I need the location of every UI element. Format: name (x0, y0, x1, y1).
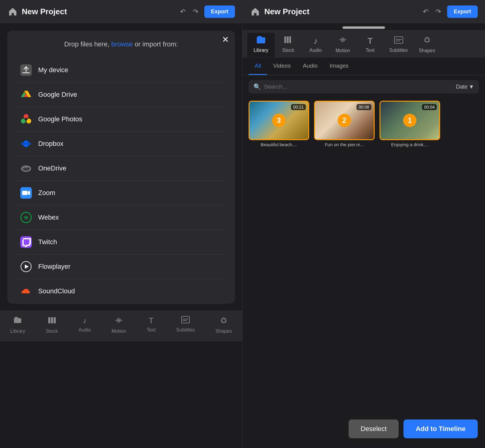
google-photos-icon (19, 113, 33, 126)
sort-label: Date (456, 84, 467, 90)
stock-icon (48, 316, 56, 327)
media-card-1[interactable]: 00:21 3 Beautiful beach.... (249, 101, 309, 411)
tab-stock[interactable]: Stock (275, 33, 302, 57)
left-nav-shapes[interactable]: Shapes (216, 316, 232, 334)
tab-text-label: Text (366, 48, 374, 53)
tab-audio[interactable]: ♪ Audio (302, 33, 329, 57)
home-icon[interactable] (7, 6, 18, 17)
filter-audio[interactable]: Audio (297, 58, 324, 75)
deselect-button[interactable]: Deselect (349, 419, 399, 438)
import-source-soundcloud[interactable]: SoundCloud (16, 279, 226, 304)
motion-tab-icon (339, 35, 347, 46)
import-source-twitch[interactable]: Twitch (16, 230, 226, 254)
add-timeline-button[interactable]: Add to Timeline (403, 419, 478, 438)
audio-tab-icon: ♪ (313, 36, 318, 46)
google-drive-icon (19, 88, 33, 101)
media-order-2: 2 (338, 114, 351, 127)
filter-images[interactable]: Images (324, 58, 355, 75)
tab-subtitles-label: Subtitles (389, 48, 408, 53)
left-nav-shapes-label: Shapes (216, 328, 232, 334)
svg-rect-12 (22, 191, 28, 195)
import-source-zoom[interactable]: Zoom (16, 181, 226, 205)
dropbox-icon (19, 137, 33, 150)
import-source-webex[interactable]: w Webex (16, 205, 226, 230)
close-button[interactable]: ✕ (222, 35, 229, 44)
svg-rect-40 (287, 36, 289, 43)
left-nav-stock[interactable]: Stock (46, 316, 58, 334)
motion-icon (115, 316, 123, 327)
left-project-title: New Project (22, 7, 175, 16)
filter-tabs: All Videos Audio Images (242, 58, 485, 75)
media-name-3: Enjoying a drink.... (380, 142, 440, 147)
svg-rect-27 (51, 317, 53, 323)
browse-link[interactable]: browse (111, 40, 133, 48)
scroll-indicator (242, 23, 485, 30)
shapes-icon (219, 316, 228, 327)
library-tab-icon (256, 36, 266, 46)
svg-point-43 (342, 39, 344, 41)
upload-icon (19, 63, 33, 77)
import-modal: ✕ Drop files here, browse or import from… (7, 31, 235, 304)
tab-motion-label: Motion (336, 48, 350, 53)
tab-subtitles[interactable]: Subtitles (384, 33, 413, 57)
search-input[interactable] (264, 83, 453, 90)
right-header-controls: ↶ ↷ Export (422, 5, 478, 18)
import-label-twitch: Twitch (38, 238, 57, 246)
action-bar: Deselect Add to Timeline (242, 413, 485, 448)
right-home-icon[interactable] (250, 6, 261, 17)
left-nav-text[interactable]: T Text (147, 316, 156, 334)
left-nav-audio[interactable]: ♪ Audio (79, 316, 91, 334)
tab-text[interactable]: T Text (356, 33, 384, 57)
import-source-google-drive[interactable]: Google Drive (16, 83, 226, 107)
left-nav-subtitles[interactable]: Subtitles (176, 316, 195, 334)
svg-rect-28 (54, 317, 56, 323)
svg-rect-17 (27, 240, 28, 242)
media-order-3: 1 (403, 114, 416, 127)
svg-rect-46 (394, 37, 403, 43)
right-panel: New Project ↶ ↷ Export Library (242, 0, 485, 448)
drop-text-after: or import from: (135, 40, 178, 48)
tab-shapes[interactable]: Shapes (413, 32, 440, 58)
folder-icon (13, 316, 22, 327)
flowplayer-icon (19, 260, 33, 273)
media-duration-2: 00:08 (356, 104, 371, 110)
onedrive-icon (19, 162, 33, 175)
svg-text:w: w (24, 215, 28, 220)
tab-motion[interactable]: Motion (329, 32, 356, 58)
media-name-2: Fun on the pier.m... (314, 142, 375, 147)
left-nav-subtitles-label: Subtitles (176, 327, 195, 333)
text-nav-icon: T (149, 316, 154, 325)
import-source-google-photos[interactable]: Google Photos (16, 107, 226, 132)
drop-text-before: Drop files here, (64, 40, 109, 48)
svg-rect-25 (14, 318, 21, 323)
undo-button[interactable]: ↶ (179, 7, 187, 17)
sort-button[interactable]: Date ▼ (456, 84, 474, 90)
import-source-dropbox[interactable]: Dropbox (16, 132, 226, 156)
stock-tab-icon (284, 36, 293, 46)
text-tab-icon: T (367, 36, 373, 46)
right-undo-button[interactable]: ↶ (422, 7, 430, 17)
redo-button[interactable]: ↷ (192, 7, 199, 17)
import-label-flowplayer: Flowplayer (38, 263, 70, 271)
left-bottom-nav: Library Stock ♪ Audio (0, 311, 242, 341)
filter-all[interactable]: All (249, 58, 267, 75)
import-source-onedrive[interactable]: OneDrive (16, 156, 226, 181)
filter-videos[interactable]: Videos (267, 58, 297, 75)
shapes-tab-icon (423, 35, 431, 46)
left-nav-motion[interactable]: Motion (112, 316, 126, 334)
import-source-flowplayer[interactable]: Flowplayer (16, 254, 226, 279)
media-duration-3: 00:04 (422, 104, 437, 110)
import-source-my-device[interactable]: My device (16, 58, 226, 83)
media-card-2[interactable]: 00:08 2 Fun on the pier.m... (314, 101, 375, 411)
tab-library[interactable]: Library (247, 33, 275, 57)
zoom-icon (19, 186, 33, 200)
right-redo-button[interactable]: ↷ (434, 7, 442, 17)
left-export-button[interactable]: Export (204, 5, 235, 18)
left-nav-library[interactable]: Library (10, 316, 25, 334)
twitch-icon (19, 235, 33, 249)
import-source-list: My device Google Drive (16, 58, 226, 304)
left-header: New Project ↶ ↷ Export (0, 0, 242, 23)
media-duration-1: 00:21 (291, 104, 306, 110)
media-card-3[interactable]: 00:04 1 Enjoying a drink.... (380, 101, 440, 411)
right-export-button[interactable]: Export (447, 5, 478, 18)
